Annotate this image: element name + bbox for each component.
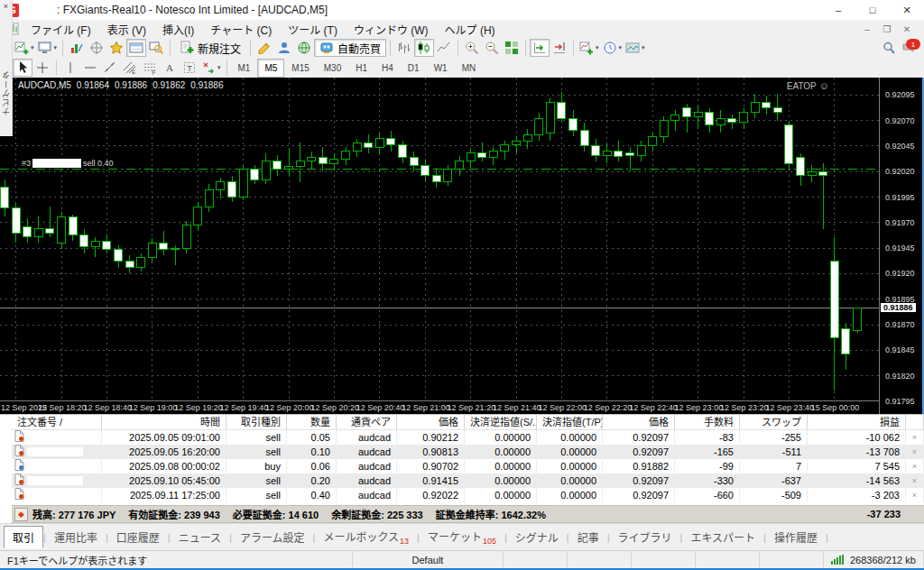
column-header[interactable]: 通貨ペア (337, 415, 397, 429)
tab-signals[interactable]: シグナル (507, 527, 567, 547)
column-header[interactable]: スワップ (740, 415, 808, 429)
ea-smiley-icon[interactable]: ☺ (819, 80, 829, 91)
column-header[interactable]: 価格 (603, 415, 675, 429)
indicators-button[interactable]: ▾ (578, 39, 601, 57)
web-button[interactable] (294, 39, 314, 57)
tab-news[interactable]: ニュース (171, 527, 229, 547)
menu-file[interactable]: ファイル (F) (23, 23, 99, 39)
line-chart-button[interactable] (434, 39, 454, 57)
autotrading-button[interactable]: 自動売買 (314, 39, 386, 57)
close-position-button[interactable]: × (906, 430, 924, 445)
chart-restore-button[interactable]: ❐ (877, 24, 897, 34)
column-header[interactable]: 注文番号 / (12, 415, 102, 429)
timeframe-mn[interactable]: MN (455, 59, 484, 78)
cursor-button[interactable] (13, 59, 32, 77)
community-button[interactable] (274, 39, 294, 57)
zoom-in-button[interactable] (462, 39, 482, 57)
chart-minimize-button[interactable]: – (857, 24, 877, 34)
notifications-button[interactable]: 1 (899, 39, 919, 57)
column-header[interactable]: 価格 (397, 415, 465, 429)
chart-close-button[interactable]: ✕ (897, 24, 917, 34)
text-button[interactable]: A (160, 59, 180, 77)
price-axis[interactable]: 0.920950.920700.920450.920200.919950.919… (879, 78, 922, 414)
window-close-button[interactable]: ✕ (890, 0, 924, 20)
timeframe-d1[interactable]: D1 (401, 59, 427, 78)
trendline-button[interactable] (100, 59, 120, 77)
vertical-line-button[interactable] (60, 59, 80, 77)
timeframe-w1[interactable]: W1 (427, 59, 455, 78)
market-watch-button[interactable] (67, 39, 87, 57)
close-position-button[interactable]: × (906, 459, 924, 473)
auto-scroll-button[interactable] (530, 39, 550, 57)
column-header[interactable]: 決済逆指値(S/... (465, 415, 537, 429)
column-header[interactable]: 取引種別 (226, 415, 287, 429)
table-row[interactable]: 2025.09.05 09:01:00sell0.05audcad0.90212… (12, 430, 924, 445)
timeframe-h4[interactable]: H4 (374, 59, 401, 78)
data-window-button[interactable] (87, 39, 106, 57)
tile-windows-button[interactable] (502, 39, 522, 57)
menu-window[interactable]: ウィンドウ (W) (346, 23, 437, 39)
navigator-vertical-tab[interactable]: ナビゲータ (0, 70, 12, 115)
column-header[interactable]: 数量 (287, 415, 337, 429)
candlestick-chart-button[interactable] (414, 39, 434, 57)
table-row[interactable]: 2025.09.05 16:20:00sell0.10audcad0.90813… (12, 445, 924, 459)
column-header[interactable]: 決済指値(T/P) (537, 415, 603, 429)
close-position-button[interactable]: × (906, 445, 924, 459)
periods-button[interactable]: ▾ (601, 39, 624, 57)
tab-experts[interactable]: エキスパート (682, 527, 763, 547)
profiles-button[interactable]: ▾ (36, 39, 60, 57)
tab-library[interactable]: ライブラリ (610, 527, 680, 547)
terminal-button[interactable] (126, 39, 146, 57)
timeframe-m30[interactable]: M30 (317, 59, 348, 78)
column-header[interactable]: 手数料 (675, 415, 740, 429)
navigator-button[interactable] (106, 39, 126, 57)
timeframe-m1[interactable]: M1 (231, 59, 258, 78)
equidistant-channel-button[interactable]: E (120, 59, 140, 77)
metaeditor-button[interactable] (254, 39, 274, 57)
table-row[interactable]: 2025.09.08 00:00:02buy0.06audcad0.907020… (12, 459, 924, 473)
chart-shift-button[interactable] (550, 39, 569, 57)
menu-help[interactable]: ヘルプ (H) (437, 23, 504, 39)
timeframe-h1[interactable]: H1 (348, 59, 374, 78)
text-label-button[interactable]: T (180, 59, 199, 77)
window-maximize-button[interactable]: □ (855, 0, 890, 20)
column-header[interactable]: 時間 (102, 415, 226, 429)
fibonacci-retracement-button[interactable]: F (140, 59, 160, 77)
arrows-button[interactable]: ▾ (199, 59, 223, 77)
table-row[interactable]: 2025.09.10 05:45:00sell0.20audcad0.91415… (12, 473, 924, 488)
tab-journal[interactable]: 操作履歴 (766, 527, 826, 547)
new-order-button[interactable]: 新規注文 (174, 39, 246, 57)
menu-tools[interactable]: ツール (T) (280, 23, 346, 39)
timeframe-m5[interactable]: M5 (257, 59, 284, 78)
table-row[interactable]: 2025.09.11 17:25:00sell0.40audcad0.92022… (12, 488, 924, 502)
chart-window[interactable]: ▼ AUDCAD,M5 0.91864 0.91886 0.91862 0.91… (0, 78, 924, 414)
window-minimize-button[interactable]: – (821, 0, 855, 20)
status-profile[interactable]: Default (353, 551, 504, 569)
timeframe-m15[interactable]: M15 (284, 59, 316, 78)
tab-account-history[interactable]: 口座履歴 (108, 527, 168, 547)
tab-trade[interactable]: 取引 (4, 526, 43, 548)
horizontal-line-button[interactable] (80, 59, 100, 77)
templates-button[interactable]: ▾ (624, 39, 647, 57)
search-button[interactable] (879, 39, 899, 57)
menu-view[interactable]: 表示 (V) (99, 23, 154, 39)
chart-plot[interactable]: ▼ AUDCAD,M5 0.91864 0.91886 0.91862 0.91… (0, 78, 880, 401)
tab-market[interactable]: マーケット105 (420, 526, 504, 548)
close-position-button[interactable]: × (906, 473, 924, 488)
status-bar: F1キーでヘルプが表示されます Default 268368/212 kb ⋰ (0, 550, 924, 569)
terminal-close-button[interactable]: × (1, 2, 11, 11)
crosshair-button[interactable] (32, 59, 52, 77)
new-chart-button[interactable]: ▾ (13, 39, 36, 57)
column-header[interactable]: 損益 (808, 415, 906, 429)
strategy-tester-button[interactable] (146, 39, 166, 57)
tab-alerts[interactable]: アラーム設定 (232, 527, 313, 547)
zoom-out-button[interactable] (482, 39, 502, 57)
tab-mailbox[interactable]: メールボックス13 (315, 526, 417, 548)
menu-insert[interactable]: 挿入(I) (154, 23, 202, 39)
tab-articles[interactable]: 記事 (569, 527, 607, 547)
menu-chart[interactable]: チャート (C) (202, 23, 280, 39)
time-axis[interactable]: 12 Sep 202512 Sep 18:2012 Sep 18:4012 Se… (0, 400, 880, 414)
tab-exposure[interactable]: 運用比率 (46, 527, 106, 547)
bar-chart-button[interactable] (394, 39, 414, 57)
close-position-button[interactable]: × (906, 488, 924, 502)
